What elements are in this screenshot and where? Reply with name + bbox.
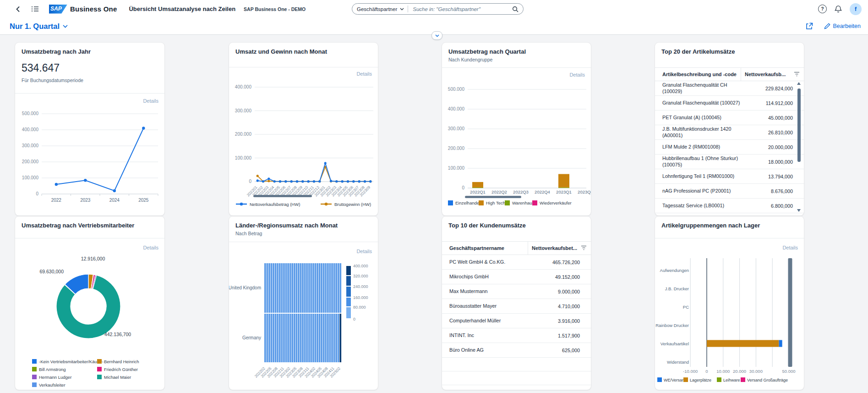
- details-link[interactable]: Details: [143, 98, 158, 104]
- product-switcher-icon[interactable]: [29, 5, 41, 13]
- svg-text:Michael Maier: Michael Maier: [104, 375, 131, 380]
- svg-text:300.000: 300.000: [448, 126, 465, 131]
- row-name: Tagessatz Service (LB0001): [655, 203, 743, 209]
- table-row[interactable]: PET Granulat (A) (100045)45.000,000: [655, 111, 804, 125]
- line-chart-umsatz-gewinn-monat: 400.000300.000200.000100.000020220120220…: [229, 67, 378, 216]
- svg-text:Bruttogewinn (HW): Bruttogewinn (HW): [334, 202, 371, 207]
- table-artikelumsaetze: Artikelbeschreibung und -codeNettoverkau…: [655, 67, 804, 216]
- table-row[interactable]: Büro Online AG625,000: [442, 343, 591, 358]
- table-row[interactable]: nAG Professional PC (P20001)8.676,000: [655, 184, 804, 199]
- svg-text:High Tech: High Tech: [486, 200, 505, 205]
- svg-text:12.916,000: 12.916,000: [81, 256, 105, 261]
- column-header[interactable]: Nettoverkaufsbet...: [528, 242, 591, 255]
- svg-text:2022Q4: 2022Q4: [535, 189, 550, 194]
- table-scrollbar[interactable]: [797, 81, 801, 213]
- table-row[interactable]: Tagessatz Service (LB0001)6.800,000: [655, 199, 804, 213]
- collapse-header-button[interactable]: [431, 31, 442, 40]
- card-umsatzbetrag-nach-jahr[interactable]: Umsatzbetrag nach Jahr 534.647 Für Buchu…: [15, 43, 164, 216]
- details-link[interactable]: Details: [569, 72, 585, 77]
- column-header[interactable]: Nettoverkaufsb...: [741, 68, 804, 81]
- table-row[interactable]: INTINT. Inc1.517,900: [442, 328, 591, 343]
- row-name: Büroausstatter Mayer: [442, 303, 530, 309]
- table-row[interactable]: Granulat Flaschenqualität (100027)114.91…: [655, 96, 804, 111]
- table-row[interactable]: LFM Mulde 2 (RM001008)20.000,000: [655, 140, 804, 155]
- kpi-caption: Für Buchungsdatumsperiode: [22, 77, 83, 83]
- card-top-20-artikelumsaetze[interactable]: Top 20 der Artikelumsätze Artikelbeschre…: [655, 43, 804, 216]
- table-row[interactable]: PC Welt GmbH & Co.KG.465.726,200: [442, 255, 591, 270]
- svg-text:500.000: 500.000: [22, 111, 39, 116]
- card-umsatzbetrag-nach-vertriebsmitarbeiter[interactable]: Umsatzbetrag nach Vertriebsmitarbeiter D…: [15, 216, 164, 390]
- search-icon[interactable]: [512, 6, 519, 12]
- search-bar[interactable]: Geschäftspartner: [352, 3, 524, 15]
- card-title: Artikelgruppenmengen nach Lager: [661, 222, 797, 229]
- table-row-empty: [442, 371, 591, 385]
- column-header[interactable]: Artikelbeschreibung und -code: [655, 72, 741, 77]
- card-title: Top 20 der Artikelumsätze: [661, 48, 797, 55]
- bar-chart-artikelgruppenmengen: -10.000010.00020.00030.00050.000Aufwendu…: [655, 238, 804, 390]
- svg-text:2022Q3: 2022Q3: [513, 189, 529, 194]
- help-icon[interactable]: ?: [818, 5, 827, 13]
- scroll-up-icon[interactable]: [797, 82, 801, 85]
- svg-text:2023Q2: 2023Q2: [578, 189, 591, 194]
- table-row[interactable]: Hubbrillenaufbau 1 (Ohne Sturkur) (10007…: [655, 155, 804, 169]
- card-subtitle: Nach Betrag: [235, 231, 262, 236]
- sap-logo: SAP Business One: [49, 5, 117, 14]
- row-value: 45.000,000: [743, 115, 804, 121]
- details-link[interactable]: Details: [782, 245, 798, 250]
- avatar[interactable]: f: [850, 3, 862, 15]
- row-value: 465.726,200: [530, 260, 591, 265]
- table-row[interactable]: Büroausstatter Mayer4.710,000: [442, 299, 591, 314]
- back-icon[interactable]: [14, 5, 22, 13]
- svg-text:100.000: 100.000: [22, 175, 39, 180]
- svg-text:WE/Versand: WE/Versand: [664, 378, 687, 382]
- svg-text:400.000: 400.000: [353, 264, 368, 268]
- variant-selector[interactable]: Nur 1. Quartal: [10, 22, 68, 31]
- row-value: 26.810,000: [743, 130, 804, 135]
- chevron-down-icon: [63, 25, 68, 28]
- share-icon[interactable]: [806, 22, 813, 30]
- row-name: INTINT. Inc: [442, 332, 530, 338]
- scroll-down-icon[interactable]: [797, 209, 801, 212]
- svg-text:Einzelhandel: Einzelhandel: [455, 200, 480, 205]
- brand-product: Business One: [70, 5, 117, 13]
- column-header[interactable]: Geschäftspartnername: [442, 245, 528, 251]
- table-row[interactable]: Ciclo Testartikel (100063)5.500,000: [655, 213, 804, 216]
- card-laender-regionsumsatz[interactable]: Länder-/Regionsumsatz nach Monat Nach Be…: [229, 216, 378, 390]
- svg-text:0: 0: [249, 179, 251, 184]
- table-row[interactable]: Granulat Flaschenqualität CH (100029)229…: [655, 81, 804, 96]
- filter-icon[interactable]: [581, 245, 587, 251]
- card-umsatz-und-gewinn-nach-monat[interactable]: Umsatz und Gewinn nach Monat Details 400…: [229, 43, 378, 216]
- card-artikelgruppenmengen-nach-lager[interactable]: Artikelgruppenmengen nach Lager Details …: [655, 216, 804, 390]
- card-umsatzbetrag-nach-quartal[interactable]: Umsatzbetrag nach Quartal Nach Kundengru…: [442, 43, 591, 216]
- details-link[interactable]: Details: [143, 245, 158, 250]
- row-value: 625,000: [530, 348, 591, 353]
- svg-text:100.000: 100.000: [235, 155, 252, 161]
- table-row[interactable]: Computerhandel Müller3.916,000: [442, 314, 591, 328]
- svg-text:300.000: 300.000: [235, 108, 252, 113]
- table-row[interactable]: Lohnfertigung Teil 1 (RM001000)13.794,00…: [655, 169, 804, 184]
- notifications-bell-icon[interactable]: [835, 5, 842, 13]
- chart-scrollbar: [788, 258, 792, 367]
- row-value: 6.800,000: [743, 203, 804, 209]
- row-name: Lohnfertigung Teil 1 (RM001000): [655, 173, 743, 179]
- card-title: Umsatz und Gewinn nach Monat: [235, 48, 371, 55]
- svg-text:30.000: 30.000: [749, 369, 763, 374]
- details-link[interactable]: Details: [356, 249, 372, 254]
- row-value: 8.676,000: [743, 188, 804, 194]
- edit-button[interactable]: Bearbeiten: [824, 23, 861, 29]
- scrollbar-thumb[interactable]: [797, 89, 801, 162]
- filter-icon[interactable]: [794, 72, 800, 77]
- svg-text:United Kingdom: United Kingdom: [229, 285, 261, 290]
- search-input[interactable]: [412, 6, 512, 12]
- row-name: LFM Mulde 2 (RM001008): [655, 144, 743, 150]
- svg-text:Friedrich Günther: Friedrich Günther: [104, 367, 138, 372]
- table-row[interactable]: Max Mustermann9.000,000: [442, 284, 591, 299]
- svg-text:PC: PC: [683, 304, 689, 310]
- table-row[interactable]: Mikrochips GmbH49.152,000: [442, 270, 591, 284]
- card-top-10-kundenumsaetze[interactable]: Top 10 der Kundenumsätze Geschäftspartne…: [442, 216, 591, 390]
- svg-text:0: 0: [462, 185, 464, 190]
- svg-text:Leihware: Leihware: [723, 378, 740, 382]
- search-scope-select[interactable]: Geschäftspartner: [357, 6, 404, 12]
- details-link[interactable]: Details: [356, 71, 372, 77]
- table-row[interactable]: J.B. Multifunktionsdrucker 1420 (A00001)…: [655, 125, 804, 140]
